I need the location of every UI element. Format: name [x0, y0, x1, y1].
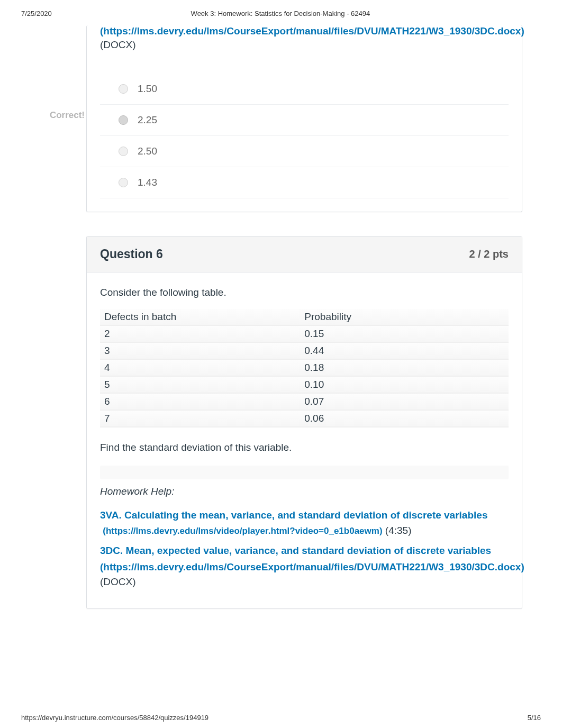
question-6-card: Question 6 2 / 2 pts Consider the follow…: [86, 236, 522, 609]
question-6-body: Consider the following table. Defects in…: [87, 272, 522, 608]
question-title: Question 6: [100, 247, 163, 261]
homework-help-label: Homework Help:: [100, 485, 509, 499]
print-title: Week 3: Homework: Statistics for Decisio…: [52, 10, 509, 17]
answer-text: 2.50: [138, 145, 157, 157]
answer-option[interactable]: 2.50: [100, 135, 509, 167]
table-row: 70.06: [100, 411, 509, 427]
question-intro: Consider the following table.: [100, 286, 509, 300]
table-row: 50.10: [100, 377, 509, 394]
table-header-cell: Probability: [300, 309, 509, 326]
question-points: 2 / 2 pts: [469, 248, 509, 260]
table-cell: 0.18: [300, 360, 509, 377]
help-link-2: 3DC. Mean, expected value, variance, and…: [100, 543, 509, 590]
table-cell: 3: [100, 343, 300, 360]
table-cell: 7: [100, 411, 300, 427]
help-link-2a[interactable]: 3DC. Mean, expected value, variance, and…: [100, 545, 491, 556]
resource-url[interactable]: (https://lms.devry.edu/lms/CourseExport/…: [100, 25, 509, 37]
table-row: 20.15: [100, 326, 509, 343]
help-link-1: 3VA. Calculating the mean, variance, and…: [100, 508, 509, 538]
answer-text: 2.25: [138, 114, 157, 126]
table-cell: 5: [100, 377, 300, 394]
table-cell: 0.44: [300, 343, 509, 360]
answer-option[interactable]: 1.50: [100, 74, 509, 104]
answer-option[interactable]: 2.25: [100, 104, 509, 135]
answer-list: 1.50 2.25 2.50 1.43: [100, 74, 509, 198]
footer-url: https://devryu.instructure.com/courses/5…: [21, 714, 209, 722]
print-header: 7/25/2020 Week 3: Homework: Statistics f…: [0, 0, 562, 25]
question-6-wrapper: Question 6 2 / 2 pts Consider the follow…: [40, 236, 522, 609]
answer-text: 1.43: [138, 177, 157, 188]
question-5-card: (https://lms.devry.edu/lms/CourseExport/…: [86, 25, 522, 212]
table-cell: 0.15: [300, 326, 509, 343]
table-row: 60.07: [100, 394, 509, 411]
hidden-region: [100, 466, 509, 479]
table-cell: 0.06: [300, 411, 509, 427]
radio-icon: [119, 115, 128, 125]
table-header-cell: Defects in batch: [100, 309, 300, 326]
table-cell: 2: [100, 326, 300, 343]
question-5-wrapper: Correct! (https://lms.devry.edu/lms/Cour…: [40, 25, 522, 212]
footer-page: 5/16: [528, 714, 541, 722]
question-prompt: Find the standard deviation of this vari…: [100, 441, 509, 455]
table-cell: 0.07: [300, 394, 509, 411]
table-cell: 0.10: [300, 377, 509, 394]
table-cell: 6: [100, 394, 300, 411]
print-footer: https://devryu.instructure.com/courses/5…: [0, 714, 562, 722]
print-date: 7/25/2020: [21, 10, 52, 17]
table-cell: 4: [100, 360, 300, 377]
table-row: 40.18: [100, 360, 509, 377]
table-row: 30.44: [100, 343, 509, 360]
question-5-body: (https://lms.devry.edu/lms/CourseExport/…: [87, 25, 522, 212]
help-link-2-url[interactable]: (https://lms.devry.edu/lms/CourseExport/…: [100, 560, 509, 575]
probability-table: Defects in batch Probability 20.15 30.44…: [100, 309, 509, 427]
docx-label: (DOCX): [100, 38, 509, 52]
docx-label: (DOCX): [100, 576, 136, 587]
help-duration: (4:35): [383, 525, 412, 536]
radio-icon: [119, 178, 128, 187]
radio-icon: [119, 147, 128, 156]
answer-text: 1.50: [138, 83, 157, 95]
question-header: Question 6 2 / 2 pts: [87, 236, 522, 272]
help-link-1a[interactable]: 3VA. Calculating the mean, variance, and…: [100, 509, 487, 536]
answer-option[interactable]: 1.43: [100, 167, 509, 198]
radio-icon: [119, 84, 128, 94]
table-header-row: Defects in batch Probability: [100, 309, 509, 326]
correct-indicator: Correct!: [50, 110, 85, 121]
